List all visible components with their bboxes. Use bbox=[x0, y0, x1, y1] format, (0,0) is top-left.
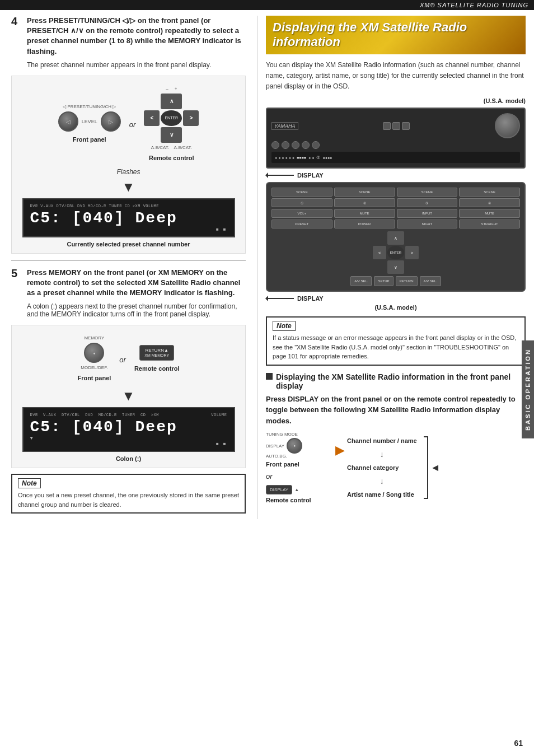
receiver-main-knob bbox=[495, 113, 520, 138]
section-title: Displaying the XM Satellite Radio inform… bbox=[273, 20, 519, 50]
step5-desc: A colon (:) appears next to the preset c… bbox=[11, 302, 246, 318]
main-content: 4 Press PRESET/TUNING/CH ◁/▷ on the fron… bbox=[0, 10, 534, 525]
step5-number: 5 bbox=[11, 268, 22, 298]
rmt-dpad-down[interactable]: ∨ bbox=[387, 260, 404, 274]
display-label-bot: DISPLAY bbox=[297, 295, 324, 302]
sidebar-label: BASIC OPERATION bbox=[524, 348, 531, 431]
header-title: XM® SATELLITE RADIO TUNING bbox=[420, 2, 528, 8]
us-model-label: (U.S.A. model) bbox=[266, 97, 526, 104]
step5-heading: 5 Press MEMORY on the front panel (or XM… bbox=[11, 268, 246, 298]
rmt-btn-7: ③ bbox=[397, 198, 458, 207]
step5-front-panel-label: Front panel bbox=[77, 375, 111, 381]
step4-desc: The preset channel number appears in the… bbox=[11, 61, 246, 69]
arrow-down-step4: ▼ bbox=[17, 179, 240, 195]
dpad-up[interactable]: ∧ bbox=[161, 94, 182, 109]
rmt-dpad-enter[interactable]: ENTER bbox=[387, 246, 404, 259]
rmt-dpad-right[interactable]: > bbox=[405, 246, 419, 259]
memory-button[interactable]: ● bbox=[84, 343, 104, 363]
step5-display-top-labels: DVR V-AUX DTV/CBL DVD MD/CD-R TUNER CD >… bbox=[30, 413, 227, 417]
modes-remote-area: DISPLAY ▲ Remote control bbox=[266, 485, 333, 503]
step4-text: Press PRESET/TUNING/CH ◁/▷ on the front … bbox=[27, 16, 246, 57]
rcv-btn-2 bbox=[392, 122, 400, 130]
left-column: 4 Press PRESET/TUNING/CH ◁/▷ on the fron… bbox=[0, 16, 257, 519]
rmt-btn-audio-sel2: A/V SEL. bbox=[420, 276, 441, 286]
flashes-label: Flashes bbox=[17, 168, 240, 176]
colon-label: Colon (:) bbox=[17, 455, 240, 462]
tuning-knob-right[interactable]: ▷ bbox=[101, 111, 121, 132]
front-panel-label: Front panel bbox=[73, 136, 106, 143]
step4-caption: Currently selected preset channel number bbox=[17, 241, 240, 248]
return-arrow: ◄ bbox=[430, 432, 441, 503]
dpad-right[interactable]: > bbox=[183, 110, 199, 126]
dpad-enter[interactable]: ENTER bbox=[161, 110, 182, 126]
rmt-btn-5: ① bbox=[271, 198, 332, 207]
rcv-btn-3 bbox=[402, 122, 410, 130]
rmt-btn-2: SCENE bbox=[334, 188, 395, 197]
remote-dpad[interactable]: ∧ < ENTER > ∨ bbox=[373, 231, 419, 274]
receiver-top-row: YAMAHA bbox=[271, 113, 520, 138]
dpad-down[interactable]: ∨ bbox=[161, 127, 182, 143]
step-divider bbox=[11, 260, 246, 261]
sub-heading-text: Displaying the XM Satellite Radio inform… bbox=[276, 372, 526, 390]
note1-box: Note Once you set a new preset channel, … bbox=[11, 474, 246, 514]
tuning-knob-left[interactable]: ◁ bbox=[58, 111, 78, 132]
remote-grid-top: SCENE SCENE SCENE SCENE ① ② ③ ④ VOL+ MUT… bbox=[271, 188, 520, 228]
sub-heading-square bbox=[266, 373, 273, 380]
dpad-left[interactable]: < bbox=[144, 110, 160, 126]
modes-center-col: ▶ bbox=[335, 432, 345, 458]
step5-remote-label: Remote control bbox=[134, 365, 180, 372]
mode-labels: Channel number / name ↓ Channel category… bbox=[347, 432, 417, 503]
rcv-round-5 bbox=[312, 141, 320, 149]
sub-heading: Displaying the XM Satellite Radio inform… bbox=[266, 372, 526, 390]
rmt-dpad-left[interactable]: < bbox=[373, 246, 386, 259]
rmt-dpad-up[interactable]: ∧ bbox=[387, 231, 404, 245]
note2-title: Note bbox=[273, 321, 296, 331]
dpad[interactable]: ∧ < ENTER > ∨ bbox=[144, 94, 199, 143]
modes-right-col: Channel number / name ↓ Channel category… bbox=[347, 432, 526, 503]
display-main-text: C5: [040] Deep bbox=[30, 209, 227, 227]
step4-controls-row: ◁ PRESET/TUNING/CH ▷ ◁ LEVEL ▷ Front pan… bbox=[17, 86, 240, 164]
orange-right-arrow: ▶ bbox=[335, 443, 345, 458]
display-btn-front[interactable]: ● bbox=[287, 438, 302, 454]
sidebar-tab: BASIC OPERATION bbox=[522, 340, 534, 438]
step5-controls-row: MEMORY ● MODEL/DEF. Front panel or RETUR… bbox=[17, 335, 240, 384]
rmt-btn-6: ② bbox=[334, 198, 395, 207]
rmt-btn-10: MUTE bbox=[334, 209, 395, 218]
display-label-arrow-top: DISPLAY bbox=[266, 172, 526, 179]
rmt-btn-8: ④ bbox=[459, 198, 520, 207]
section-desc: You can display the XM Satellite Radio i… bbox=[266, 60, 526, 92]
display-label-top: DISPLAY bbox=[297, 172, 324, 179]
step4-diagram: ◁ PRESET/TUNING/CH ▷ ◁ LEVEL ▷ Front pan… bbox=[11, 76, 246, 254]
rcv-round-3 bbox=[292, 141, 299, 149]
rcv-round-2 bbox=[282, 141, 289, 149]
step4-display-box: DVR V-AUX DTV/CBL DVD MD/CD-R TUNER CD >… bbox=[22, 198, 235, 237]
receiver-buttons-row bbox=[271, 141, 520, 149]
section-title-box: Displaying the XM Satellite Radio inform… bbox=[266, 16, 526, 54]
press-display-text: Press DISPLAY on the front panel or on t… bbox=[266, 394, 526, 427]
step5-text: Press MEMORY on the front panel (or XM M… bbox=[27, 268, 246, 298]
mode-label-3: Artist name / Song title bbox=[347, 486, 417, 503]
modes-diagram: TUNING MODE DISPLAY ● AUTO.BG. Front pan… bbox=[266, 432, 526, 506]
rmt-btn-16: STRAIGHT bbox=[459, 220, 520, 228]
step5-display-box: DVR V-AUX DTV/CBL DVD MD/CD-R TUNER CD >… bbox=[22, 407, 235, 452]
display-top-labels: DVR V-AUX DTV/CBL DVD MD/CD-R TUNER CD >… bbox=[30, 204, 227, 208]
step5-diagram: MEMORY ● MODEL/DEF. Front panel or RETUR… bbox=[11, 325, 246, 468]
mode-label-2: Channel category bbox=[347, 459, 417, 477]
rmt-btn-setup: SETUP bbox=[374, 276, 393, 286]
mode-label-1: Channel number / name bbox=[347, 432, 417, 450]
modes-left-col: TUNING MODE DISPLAY ● AUTO.BG. Front pan… bbox=[266, 432, 333, 506]
receiver-logo: YAMAHA bbox=[271, 122, 298, 130]
remote-label: Remote control bbox=[149, 155, 194, 161]
step4-heading: 4 Press PRESET/TUNING/CH ◁/▷ on the fron… bbox=[11, 16, 246, 57]
rmt-btn-4: SCENE bbox=[459, 188, 520, 197]
display-btn-remote[interactable]: DISPLAY bbox=[266, 485, 292, 494]
step4-number: 4 bbox=[11, 16, 22, 57]
rmt-btn-15: NIGHT bbox=[397, 220, 458, 228]
rmt-dpad-empty-3 bbox=[373, 260, 386, 274]
note1-text: Once you set a new preset channel, the o… bbox=[18, 491, 239, 509]
display-label-arrow-bot: DISPLAY bbox=[266, 295, 526, 302]
rmt-btn-return: RETURN bbox=[396, 276, 418, 286]
rmt-btn-9: VOL+ bbox=[271, 209, 332, 218]
rmt-btn-14: POWER bbox=[334, 220, 395, 228]
xm-memory-button[interactable]: RETURN▲XM MEMORY bbox=[139, 345, 174, 361]
